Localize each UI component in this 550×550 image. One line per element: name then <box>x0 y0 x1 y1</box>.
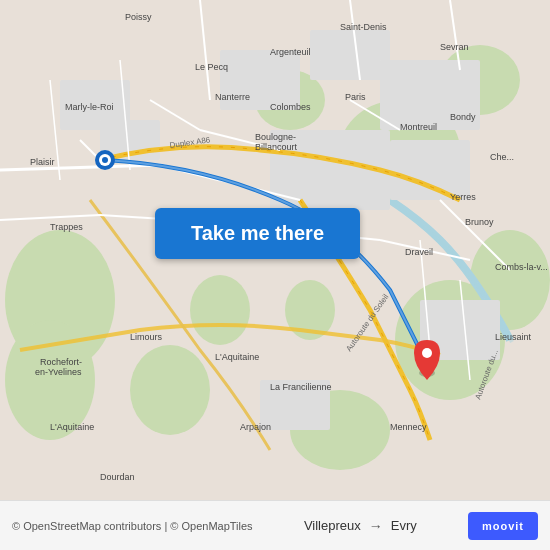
svg-rect-13 <box>310 30 390 80</box>
svg-text:Marly-le-Roi: Marly-le-Roi <box>65 102 114 112</box>
svg-text:L'Aquitaine: L'Aquitaine <box>50 422 94 432</box>
svg-text:Nanterre: Nanterre <box>215 92 250 102</box>
svg-text:Dourdan: Dourdan <box>100 472 135 482</box>
svg-point-79 <box>422 348 432 358</box>
destination-label: Evry <box>391 518 417 533</box>
svg-text:Arpajon: Arpajon <box>240 422 271 432</box>
svg-text:en-Yvelines: en-Yvelines <box>35 367 82 377</box>
svg-text:Poissy: Poissy <box>125 12 152 22</box>
origin-label: Villepreux <box>304 518 361 533</box>
svg-text:Colombes: Colombes <box>270 102 311 112</box>
svg-text:Brunoy: Brunoy <box>465 217 494 227</box>
svg-text:Sevran: Sevran <box>440 42 469 52</box>
svg-text:Le Pecq: Le Pecq <box>195 62 228 72</box>
svg-text:Che...: Che... <box>490 152 514 162</box>
svg-text:Limours: Limours <box>130 332 163 342</box>
svg-rect-16 <box>390 140 470 200</box>
svg-text:Draveil: Draveil <box>405 247 433 257</box>
svg-point-3 <box>130 345 210 435</box>
moovit-logo: moovit <box>468 512 538 540</box>
svg-text:La Francilienne: La Francilienne <box>270 382 332 392</box>
footer-route: Villepreux → Evry <box>304 518 417 534</box>
svg-text:L'Aquitaine: L'Aquitaine <box>215 352 259 362</box>
svg-text:Montreuil: Montreuil <box>400 122 437 132</box>
attribution-text: © OpenStreetMap contributors | © OpenMap… <box>12 520 253 532</box>
svg-text:Rochefort-: Rochefort- <box>40 357 82 367</box>
svg-text:Mennecy: Mennecy <box>390 422 427 432</box>
svg-text:Billancourt: Billancourt <box>255 142 298 152</box>
svg-text:Saint-Denis: Saint-Denis <box>340 22 387 32</box>
svg-text:Bondy: Bondy <box>450 112 476 122</box>
svg-point-77 <box>102 157 108 163</box>
svg-text:Boulogne-: Boulogne- <box>255 132 296 142</box>
svg-text:Combs-la-v...: Combs-la-v... <box>495 262 548 272</box>
svg-text:Plaisir: Plaisir <box>30 157 55 167</box>
footer: © OpenStreetMap contributors | © OpenMap… <box>0 500 550 550</box>
svg-text:Trappes: Trappes <box>50 222 83 232</box>
svg-text:Lieusaint: Lieusaint <box>495 332 532 342</box>
footer-left: © OpenStreetMap contributors | © OpenMap… <box>12 520 253 532</box>
svg-point-10 <box>190 275 250 345</box>
map-container: Plaisir Trappes Poissy Marly-le-Roi Le P… <box>0 0 550 500</box>
logo-text: moovit <box>482 520 524 532</box>
take-me-there-button[interactable]: Take me there <box>155 208 360 259</box>
svg-text:Yerres: Yerres <box>450 192 476 202</box>
svg-text:Paris: Paris <box>345 92 366 102</box>
arrow-icon: → <box>369 518 383 534</box>
svg-text:Argenteuil: Argenteuil <box>270 47 311 57</box>
